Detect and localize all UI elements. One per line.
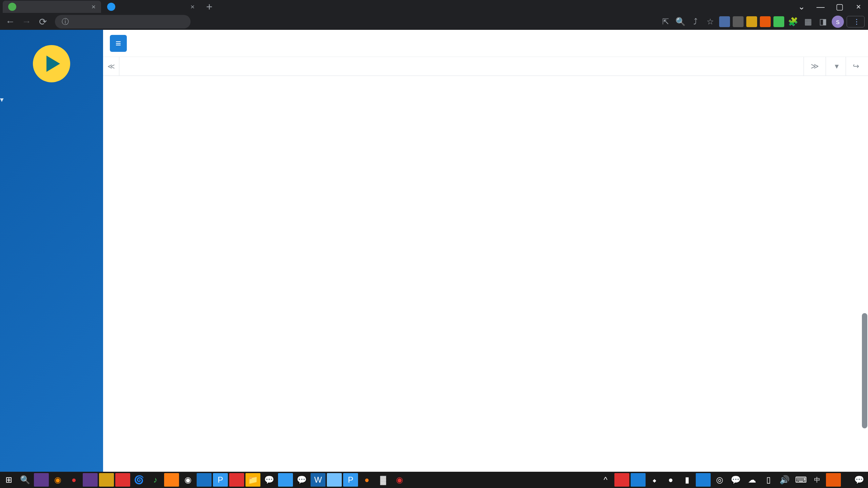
search-icon[interactable]: 🔍 bbox=[18, 473, 33, 487]
task-app-7[interactable]: 🌀 bbox=[132, 473, 146, 487]
tray-up-icon[interactable]: ^ bbox=[598, 473, 613, 487]
scrollbar[interactable] bbox=[862, 313, 867, 428]
tray-9[interactable] bbox=[826, 473, 841, 487]
task-app-5[interactable] bbox=[99, 473, 114, 487]
ime-icon[interactable]: ⌨ bbox=[793, 473, 808, 487]
tray-2[interactable] bbox=[631, 473, 646, 487]
update-button[interactable]: ⋮ bbox=[847, 16, 865, 27]
browser-tab-bar: × × + ⌄ — ▢ × bbox=[0, 0, 868, 14]
info-icon: ⓘ bbox=[62, 17, 69, 26]
task-app-1[interactable] bbox=[34, 473, 49, 487]
topbar: ≡ bbox=[103, 30, 868, 57]
ime-lang[interactable]: 中 bbox=[810, 473, 825, 487]
browser-tab-inactive[interactable]: × bbox=[102, 1, 200, 13]
tray-1[interactable] bbox=[614, 473, 629, 487]
tray-3[interactable]: ⬥ bbox=[647, 473, 662, 487]
task-app-12[interactable] bbox=[229, 473, 244, 487]
task-app-2[interactable]: ◉ bbox=[50, 473, 65, 487]
tray-8[interactable]: ▯ bbox=[761, 473, 776, 487]
exit-button[interactable]: ↪ bbox=[846, 57, 868, 76]
task-app-4[interactable] bbox=[83, 473, 98, 487]
star-icon[interactable]: ☆ bbox=[704, 16, 716, 28]
task-app-13[interactable]: 📁 bbox=[245, 473, 260, 487]
play-icon bbox=[46, 56, 60, 72]
address-bar: ← → ⟳ ⓘ ⇱ 🔍 ⤴ ☆ 🧩 ▦ ◨ s ⋮ bbox=[0, 14, 868, 30]
reload-button[interactable]: ⟳ bbox=[36, 15, 50, 28]
tray-5[interactable]: ▮ bbox=[679, 473, 694, 487]
minimize-button[interactable]: — bbox=[811, 0, 830, 14]
tray-cloud[interactable]: ☁ bbox=[745, 473, 760, 487]
sidebar: ▾ bbox=[0, 30, 103, 472]
task-app-15[interactable]: 💬 bbox=[294, 473, 309, 487]
task-app-9[interactable] bbox=[164, 473, 179, 487]
ext-icon-3[interactable] bbox=[746, 16, 757, 27]
logo bbox=[0, 30, 103, 91]
ext-icon-2[interactable] bbox=[733, 16, 744, 27]
ext-icon-4[interactable] bbox=[760, 16, 771, 27]
ext-icon-5[interactable] bbox=[773, 16, 784, 27]
task-app-11[interactable]: P bbox=[213, 473, 228, 487]
forward-button[interactable]: → bbox=[20, 15, 33, 28]
browser-tab-active[interactable]: × bbox=[3, 1, 101, 13]
wechat-icon[interactable]: 💬 bbox=[262, 473, 277, 487]
chevron-down-icon[interactable]: ⌄ bbox=[792, 0, 811, 14]
open-external-icon[interactable]: ⇱ bbox=[659, 16, 672, 28]
task-app-8[interactable]: ♪ bbox=[148, 473, 163, 487]
tray-4[interactable]: ● bbox=[663, 473, 678, 487]
search-input[interactable] bbox=[135, 38, 861, 48]
maximize-button[interactable]: ▢ bbox=[830, 0, 849, 14]
task-app-6[interactable] bbox=[115, 473, 130, 487]
toggle-sidebar-button[interactable]: ≡ bbox=[110, 35, 127, 52]
chrome-icon[interactable]: ◉ bbox=[180, 473, 195, 487]
notifications-icon[interactable]: 💬 bbox=[852, 473, 867, 487]
tray-wechat[interactable]: 💬 bbox=[728, 473, 743, 487]
page-tabs: ≪ ≫ ▾ ↪ bbox=[103, 57, 868, 76]
close-window-button[interactable]: × bbox=[849, 0, 868, 14]
ext-icon-1[interactable] bbox=[719, 16, 730, 27]
start-button[interactable]: ⊞ bbox=[1, 473, 16, 487]
favicon-icon bbox=[107, 3, 115, 11]
task-app-14[interactable] bbox=[278, 473, 293, 487]
task-app-16[interactable] bbox=[327, 473, 342, 487]
profile-avatar[interactable]: s bbox=[832, 16, 844, 28]
tray-7[interactable]: ◎ bbox=[712, 473, 727, 487]
favicon-icon bbox=[8, 3, 16, 11]
task-app-19[interactable]: ▓ bbox=[376, 473, 391, 487]
apps-icon[interactable]: ▦ bbox=[802, 16, 814, 28]
tabs-scroll-right[interactable]: ≫ bbox=[804, 57, 826, 76]
close-icon[interactable]: × bbox=[92, 3, 96, 11]
tabs-scroll-left[interactable]: ≪ bbox=[103, 57, 119, 76]
task-app-20[interactable]: ◉ bbox=[392, 473, 407, 487]
word-icon[interactable]: W bbox=[311, 473, 326, 487]
task-app-10[interactable] bbox=[197, 473, 212, 487]
task-app-17[interactable]: P bbox=[343, 473, 358, 487]
zoom-icon[interactable]: 🔍 bbox=[674, 16, 687, 28]
close-icon[interactable]: × bbox=[191, 3, 195, 11]
extensions-icon[interactable]: 🧩 bbox=[787, 16, 799, 28]
new-tab-button[interactable]: + bbox=[201, 1, 218, 13]
side-panel-icon[interactable]: ◨ bbox=[817, 16, 829, 28]
user-role[interactable]: ▾ bbox=[0, 96, 103, 104]
windows-taskbar: ⊞ 🔍 ◉ ● 🌀 ♪ ◉ P 📁 💬 💬 W P ● ▓ ◉ ^ ⬥ ● ▮ … bbox=[0, 472, 868, 488]
task-app-3[interactable]: ● bbox=[66, 473, 81, 487]
back-button[interactable]: ← bbox=[3, 15, 17, 28]
task-app-18[interactable]: ● bbox=[359, 473, 374, 487]
url-input[interactable]: ⓘ bbox=[55, 15, 191, 28]
share-icon[interactable]: ⤴ bbox=[689, 16, 702, 28]
tray-6[interactable] bbox=[696, 473, 711, 487]
volume-icon[interactable]: 🔊 bbox=[777, 473, 792, 487]
close-operations-dropdown[interactable]: ▾ bbox=[826, 57, 846, 76]
